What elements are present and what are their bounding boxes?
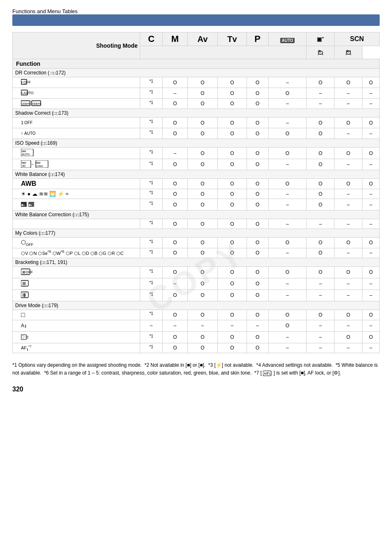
svg-text:A: A <box>21 323 24 329</box>
section-dr-correction: DR Correction ( □□172) <box>13 69 380 77</box>
mode-m: M <box>163 32 187 46</box>
row-mycolors-options: ⬡V ⬡N ⬡Se*5 ⬡W*5 ⬡P ⬡L ⬡D ⬡B ⬡G ⬡R ⬡C *1… <box>13 248 380 258</box>
svg-point-10 <box>349 51 350 52</box>
section-bracketing: Bracketing (□□171, 191) <box>13 258 380 266</box>
page-header: Functions and Menu Tables <box>12 8 380 14</box>
page-number: 320 <box>12 386 380 393</box>
svg-text:–: – <box>32 162 34 167</box>
function-label-row: Function <box>13 59 380 69</box>
svg-text:ISO: ISO <box>22 150 26 153</box>
svg-text:AF: AF <box>264 372 267 375</box>
svg-line-9 <box>350 54 351 55</box>
svg-text:I: I <box>21 80 23 84</box>
svg-text:ISO: ISO <box>22 162 26 164</box>
section-drive-mode: Drive Mode (□□179) <box>13 301 380 310</box>
mode-av: Av <box>187 32 218 46</box>
row-dr-iauto: IAUTO *1 –OOOO––– <box>13 88 380 99</box>
scn-bird1 <box>307 46 334 59</box>
svg-line-4 <box>323 54 323 55</box>
section-white-balance: White Balance (□□174) <box>13 170 380 179</box>
row-drive-a1: A⫿ – ––––O––– <box>13 320 380 331</box>
row-wb-awb: AWB *1 OOOOOOOO <box>13 179 380 189</box>
row-mycolors-off: ⬡OFF *1 OOOOOOOO <box>13 238 380 248</box>
svg-text:□: □ <box>21 334 24 339</box>
svg-text:I: I <box>21 91 23 95</box>
svg-text:OFF: OFF <box>23 80 31 84</box>
section-wb-correction: White Balance Correction (□□175) <box>13 211 380 219</box>
svg-text:AUTO: AUTO <box>22 153 30 156</box>
row-dr-ioff: IOFF *1 OOOO–OOO <box>13 77 380 88</box>
svg-text:80: 80 <box>22 164 25 167</box>
scn-bird2 <box>334 46 362 59</box>
svg-text:↑: ↑ <box>21 131 23 136</box>
shooting-mode-header: Shooting Mode <box>13 32 140 59</box>
svg-text:ISO: ISO <box>36 162 41 164</box>
svg-line-3 <box>318 54 318 55</box>
footnote: *1 Options vary depending on the assigne… <box>12 361 380 377</box>
row-bracket-1: ⊞ *1 –OOO–––– <box>13 278 380 289</box>
section-my-colors: My Colors (□□177) <box>13 229 380 238</box>
svg-text:■₁: ■₁ <box>21 203 25 207</box>
svg-text:■₂: ■₂ <box>29 203 32 207</box>
mode-auto: AUTO <box>268 32 307 46</box>
row-shadow-auto: ↑AUTO *1 OOOOOO–– <box>13 128 380 139</box>
row-iso-auto: ISOAUTO *1 –OOOOOOO <box>13 148 380 159</box>
svg-line-7 <box>348 51 348 53</box>
svg-text:⫿: ⫿ <box>25 324 27 328</box>
row-wb-presets: ☀ ● ☁ ≋≋ 🌅 ⚡ ≈ *1 OOOO–O–– <box>13 189 380 199</box>
mode-tv: Tv <box>218 32 247 46</box>
row-drive-af: AF⫿*7 *1 OOOO–––– <box>13 343 380 353</box>
row-drive-single: □ *1 OOOOOOOO <box>13 310 380 320</box>
row-wb-correction: *1 OOOO–––– <box>13 219 380 229</box>
blue-bar <box>12 14 380 26</box>
svg-text:⊞: ⊞ <box>22 292 26 297</box>
svg-line-8 <box>346 54 346 55</box>
mode-c: C <box>140 32 163 46</box>
svg-text:OFF: OFF <box>24 120 32 125</box>
row-bracket-2: ⊞ *1 OOOO–––– <box>13 289 380 301</box>
row-shadow-off: 1OFF *1 OOOO–OOO <box>13 118 380 128</box>
svg-text:⊞: ⊞ <box>22 281 26 286</box>
section-shadow-correct: Shadow Correct (□□173) <box>13 109 380 118</box>
svg-text:1: 1 <box>21 120 23 125</box>
shooting-mode-table: Shooting Mode C M Av Tv P AUTO ▣+ SCN Fu… <box>12 32 380 353</box>
svg-line-2 <box>320 51 321 53</box>
header-row-1: Shooting Mode C M Av Tv P AUTO ▣+ SCN <box>13 32 380 46</box>
row-wb-custom: ■₁■₂ *1 OOOO–O–– <box>13 199 380 211</box>
svg-line-55 <box>268 372 270 375</box>
mode-p: P <box>247 32 268 46</box>
svg-text:12800: 12800 <box>36 165 43 167</box>
svg-text:I200%: I200% <box>21 102 31 106</box>
row-dr-200-400: I200%I400% *1 OOOO–––– <box>13 99 380 109</box>
mode-special: ▣+ <box>307 32 334 46</box>
svg-text:I400%: I400% <box>32 102 42 106</box>
header-title: Functions and Menu Tables <box>12 8 78 14</box>
svg-text:AUTO: AUTO <box>24 131 36 136</box>
scn-header: SCN <box>334 32 380 46</box>
row-iso-80-12800: ISO80–ISO12800 *1 OOOO–O–– <box>13 159 380 170</box>
function-header: Function <box>13 59 380 69</box>
svg-text:⊠OFF: ⊠OFF <box>22 270 33 274</box>
section-iso-speed: ISO Speed (□□169) <box>13 139 380 148</box>
svg-text:AUTO: AUTO <box>23 91 34 95</box>
row-bracket-off: ⊠OFF *1 OOOOOOOO <box>13 266 380 278</box>
row-drive-continuous: □ *1 OOOO––OO <box>13 331 380 343</box>
